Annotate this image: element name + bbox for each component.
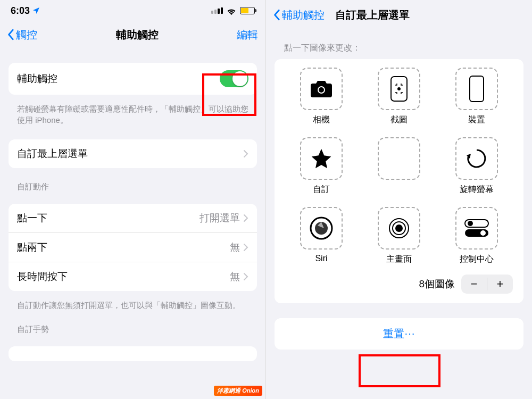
svg-rect-4 (470, 76, 484, 102)
toggle-group: 輔助觸控 (9, 63, 257, 95)
toggle-label: 輔助觸控 (17, 72, 57, 86)
reset-button[interactable]: 重置⋯ (275, 318, 523, 350)
siri-icon (309, 216, 334, 240)
nav-bar: 輔助觸控 自訂最上層選單 (266, 0, 532, 27)
icon-panel: 相機 截圖 裝置 自訂 (275, 59, 523, 303)
customize-group: 自訂最上層選單 (9, 139, 257, 168)
svg-point-13 (480, 230, 486, 236)
back-label: 觸控 (16, 28, 37, 42)
row-label: 點兩下 (17, 240, 47, 254)
camera-icon (310, 79, 333, 98)
decrement-button[interactable]: − (461, 275, 487, 294)
chevron-left-icon (7, 29, 15, 40)
double-tap-row[interactable]: 點兩下 無 (9, 232, 257, 262)
rotate-icon (465, 147, 488, 170)
icon-count-stepper: − + (461, 275, 513, 294)
battery-icon (240, 7, 255, 14)
icon-cell-rotate[interactable]: 旋轉螢幕 (446, 137, 508, 195)
back-label: 輔助觸控 (282, 8, 325, 22)
icon-cell-siri[interactable]: Siri (290, 207, 352, 265)
increment-button[interactable]: + (487, 275, 513, 294)
row-value: 無 (230, 240, 240, 254)
svg-point-3 (397, 87, 401, 90)
icon-cell-device[interactable]: 裝置 (446, 68, 508, 126)
row-label: 點一下 (17, 211, 47, 225)
control-center-icon (464, 218, 489, 239)
gestures-header: 自訂手勢 (0, 315, 265, 337)
count-row: 8個圖像 − + (280, 265, 518, 298)
count-label: 8個圖像 (419, 277, 455, 291)
chevron-right-icon (243, 243, 248, 252)
nav-title: 自訂最上層選單 (335, 8, 410, 22)
icon-label: 主畫面 (386, 254, 412, 265)
icon-label: 裝置 (468, 114, 485, 126)
toggle-footer: 若觸碰螢幕有障礙或需要適應性配件時，「輔助觸控」可以協助您使用 iPhone。 (0, 99, 265, 130)
home-icon (387, 217, 411, 240)
actions-group: 點一下 打開選單 點兩下 無 長時間按下 無 (9, 204, 257, 291)
cellular-icon (211, 7, 223, 14)
svg-point-11 (468, 221, 473, 226)
reset-group: 重置⋯ (275, 318, 523, 350)
row-label: 長時間按下 (17, 270, 68, 284)
single-tap-row[interactable]: 點一下 打開選單 (9, 204, 257, 232)
icon-cell-camera[interactable]: 相機 (290, 68, 352, 126)
chevron-right-icon (243, 272, 248, 281)
svg-point-9 (395, 225, 403, 232)
row-value: 打開選單 (200, 211, 240, 225)
long-press-row[interactable]: 長時間按下 無 (9, 262, 257, 291)
icon-label: 控制中心 (460, 254, 494, 265)
icon-label: 截圖 (390, 114, 408, 126)
star-icon (310, 147, 333, 170)
back-button[interactable]: 觸控 (7, 28, 37, 42)
assistive-touch-row: 輔助觸控 (9, 63, 257, 95)
icon-label: 旋轉螢幕 (460, 184, 494, 195)
assistive-touch-toggle[interactable] (220, 70, 248, 87)
actions-header: 自訂動作 (0, 172, 265, 194)
wifi-icon (226, 7, 237, 15)
back-button[interactable]: 輔助觸控 (273, 8, 325, 22)
icon-label: 自訂 (313, 184, 330, 195)
svg-point-1 (319, 87, 324, 93)
edit-button[interactable]: 編輯 (237, 28, 258, 42)
icon-cell-control-center[interactable]: 控制中心 (446, 207, 508, 265)
customize-top-menu-row[interactable]: 自訂最上層選單 (9, 139, 257, 168)
chevron-right-icon (243, 214, 248, 222)
chevron-left-icon (273, 9, 281, 21)
nav-title: 輔助觸控 (116, 28, 159, 42)
icon-cell-screenshot[interactable]: 截圖 (368, 68, 430, 126)
location-icon (32, 6, 40, 15)
status-time: 6:03 (11, 5, 30, 16)
device-icon (469, 75, 485, 103)
watermark: 洋蔥網通 Onion (214, 386, 262, 396)
actions-footer: 自訂動作讓您無須打開選單，也可以與「輔助觸控」圖像互動。 (0, 295, 265, 315)
row-value: 無 (230, 270, 240, 284)
screenshot-icon (390, 76, 408, 102)
icon-cell-empty[interactable] (368, 137, 430, 195)
customize-label: 自訂最上層選單 (17, 147, 88, 161)
icon-cell-custom[interactable]: 自訂 (290, 137, 352, 195)
instruction-text: 點一下圖像來更改： (266, 27, 532, 59)
icon-cell-home[interactable]: 主畫面 (368, 207, 430, 265)
nav-bar: 觸控 輔助觸控 編輯 (0, 21, 265, 48)
chevron-right-icon (243, 149, 248, 158)
status-bar: 6:03 (0, 0, 265, 21)
icon-label: Siri (315, 254, 327, 263)
icon-label: 相機 (313, 114, 330, 126)
empty-slot-icon (378, 137, 420, 180)
